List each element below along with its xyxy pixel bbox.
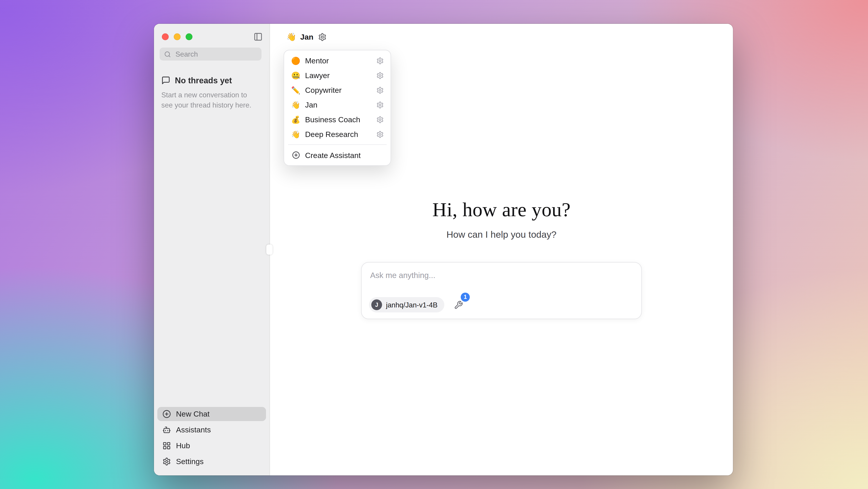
tools-count-badge: 1 [461, 292, 470, 301]
assistant-item-label: Business Coach [305, 115, 372, 124]
chat-area: 👋 Jan 🟠 Mentor 🤐 Lawyer [270, 24, 733, 476]
assistant-emoji: 👋 [286, 32, 296, 41]
model-avatar: J [371, 300, 382, 310]
assistant-item-label: Mentor [305, 56, 372, 65]
empty-state-description: Start a new conversation to see your thr… [161, 90, 260, 111]
menu-divider [288, 145, 387, 145]
wrench-icon [454, 300, 463, 309]
greeting-subtitle: How can I help you today? [270, 229, 733, 240]
create-assistant-label: Create Assistant [305, 151, 384, 159]
model-selector[interactable]: J janhq/Jan-v1-4B [369, 297, 444, 313]
assistant-menu-item-copywriter[interactable]: ✏️ Copywriter [287, 83, 388, 97]
sidebar-nav: New Chat Assistants Hub Settings [154, 407, 270, 476]
chat-input[interactable] [362, 263, 641, 288]
close-button[interactable] [162, 33, 169, 40]
empty-state-title: No threads yet [175, 76, 232, 85]
nav-item-label: Settings [176, 457, 204, 466]
assistant-item-emoji: 👋 [291, 130, 301, 139]
chat-header: 👋 Jan [270, 24, 733, 50]
assistant-menu-item-deep-research[interactable]: 👋 Deep Research [287, 127, 388, 142]
circle-plus-icon [162, 410, 171, 418]
desktop-background: No threads yet Start a new conversation … [0, 0, 868, 489]
search-input[interactable] [174, 50, 257, 59]
gear-icon [162, 457, 171, 466]
search-box[interactable] [160, 48, 261, 61]
gear-icon [318, 33, 327, 41]
assistant-item-gear-icon[interactable] [376, 57, 384, 64]
zoom-button[interactable] [186, 33, 192, 40]
sidebar-item-new-chat[interactable]: New Chat [157, 407, 266, 421]
assistant-item-label: Lawyer [305, 71, 372, 80]
tools-button[interactable]: 1 [453, 299, 464, 310]
assistant-menu: 🟠 Mentor 🤐 Lawyer ✏️ Copywriter 👋 Jan [284, 50, 391, 166]
nav-item-label: Assistants [176, 426, 211, 434]
create-assistant-button[interactable]: Create Assistant [287, 148, 388, 162]
minimize-button[interactable] [174, 33, 181, 40]
grid-icon [162, 441, 171, 450]
assistant-item-gear-icon[interactable] [376, 101, 384, 109]
circle-plus-icon [292, 151, 300, 159]
sidebar-toggle-button[interactable] [254, 32, 262, 41]
panel-left-icon [254, 32, 262, 41]
threads-empty-state: No threads yet Start a new conversation … [154, 61, 270, 111]
bot-icon [162, 426, 171, 434]
assistant-menu-item-jan[interactable]: 👋 Jan [287, 97, 388, 112]
search-icon [164, 51, 171, 58]
greeting: Hi, how are you? How can I help you toda… [270, 199, 733, 240]
sidebar-titlebar [154, 24, 270, 48]
assistant-menu-item-business-coach[interactable]: 💰 Business Coach [287, 112, 388, 127]
assistant-item-gear-icon[interactable] [376, 86, 384, 94]
assistant-item-emoji: 💰 [291, 115, 301, 124]
assistant-menu-item-mentor[interactable]: 🟠 Mentor [287, 53, 388, 68]
sidebar-item-hub[interactable]: Hub [157, 439, 266, 453]
assistant-item-emoji: ✏️ [291, 86, 301, 94]
assistant-item-gear-icon[interactable] [376, 130, 384, 138]
assistant-item-label: Jan [305, 100, 372, 109]
assistant-item-emoji: 🤐 [291, 71, 301, 80]
assistant-settings-button[interactable] [318, 33, 327, 41]
nav-item-label: New Chat [176, 410, 210, 418]
assistant-item-gear-icon[interactable] [376, 116, 384, 123]
nav-item-label: Hub [176, 441, 190, 450]
app-window: No threads yet Start a new conversation … [154, 24, 733, 476]
assistant-name: Jan [300, 33, 313, 41]
assistant-item-gear-icon[interactable] [376, 71, 384, 79]
window-controls [162, 33, 192, 40]
sidebar-item-assistants[interactable]: Assistants [157, 423, 266, 437]
composer-toolbar: J janhq/Jan-v1-4B 1 [369, 297, 464, 313]
greeting-title: Hi, how are you? [270, 199, 733, 221]
message-square-icon [161, 76, 170, 85]
assistant-item-label: Copywriter [305, 86, 372, 94]
assistant-menu-item-lawyer[interactable]: 🤐 Lawyer [287, 68, 388, 83]
assistant-selector-button[interactable]: 👋 Jan [286, 32, 313, 41]
assistant-item-emoji: 👋 [291, 100, 301, 109]
assistant-item-label: Deep Research [305, 130, 372, 139]
sidebar: No threads yet Start a new conversation … [154, 24, 270, 476]
sidebar-resize-handle[interactable] [266, 245, 273, 255]
assistant-item-emoji: 🟠 [291, 56, 301, 65]
composer: J janhq/Jan-v1-4B 1 [361, 262, 642, 319]
model-name: janhq/Jan-v1-4B [386, 301, 438, 309]
sidebar-item-settings[interactable]: Settings [157, 455, 266, 469]
